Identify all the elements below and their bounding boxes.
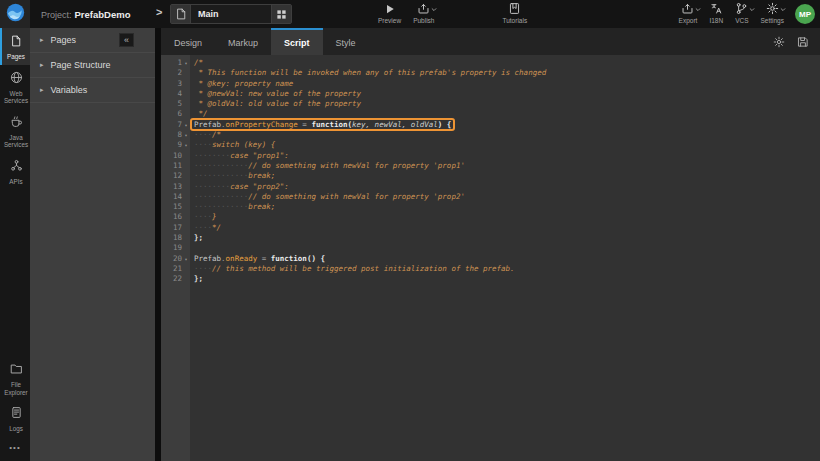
user-avatar[interactable]: MP — [795, 4, 815, 24]
code-line-content[interactable]: * @oldVal: old value of the property — [190, 99, 361, 109]
panel-collapse-button[interactable]: « — [119, 33, 134, 47]
gutter: 15 — [161, 202, 190, 212]
vcs-button[interactable]: VCS — [735, 3, 748, 24]
code-line-content[interactable]: ············break; — [190, 202, 275, 212]
highlighted-code-annotation: Prefab.onPropertyChange = function(key, … — [192, 120, 453, 129]
code-line-13: 13········case "prop2": — [161, 182, 820, 192]
code-line-content[interactable]: */ — [190, 109, 208, 119]
fold-gutter — [182, 192, 190, 202]
code-line-content[interactable]: ····/* — [190, 130, 221, 140]
script-code-editor[interactable]: 1▾/*2 * This function will be invoked wh… — [161, 55, 820, 461]
line-number: 8 — [161, 130, 182, 140]
gutter: 10 — [161, 151, 190, 161]
sidebar-item-label: APIs — [9, 178, 22, 186]
topbar-center-actions: PreviewPublishTutorials — [372, 3, 533, 24]
code-line-content[interactable]: * @key: property name — [190, 79, 293, 89]
panel-section-variables[interactable]: ▸Variables — [30, 78, 155, 103]
gutter: 9▾ — [161, 140, 190, 150]
settings-button[interactable]: Settings — [761, 3, 785, 24]
code-line-content[interactable]: * @newVal: new value of the property — [190, 89, 361, 99]
gutter: 14 — [161, 192, 190, 202]
editor-actions — [773, 28, 820, 55]
code-line-content[interactable]: ············break; — [190, 171, 275, 181]
sidebar-item-label: Web Services — [2, 90, 30, 105]
workspace: PagesWeb ServicesJava ServicesAPIsFile E… — [0, 28, 820, 461]
panel-section-page-structure[interactable]: ▸Page Structure — [30, 53, 155, 78]
sidebar-item-file-explorer[interactable]: File Explorer — [0, 356, 30, 400]
fold-gutter — [182, 89, 190, 99]
left-panel: ▸Pages▸Page Structure▸Variables — [30, 28, 155, 461]
code-line-content[interactable]: /* — [190, 58, 203, 68]
fold-gutter — [182, 182, 190, 192]
code-line-content[interactable]: ····} — [190, 212, 217, 222]
gutter: 20▾ — [161, 254, 190, 264]
code-line-content[interactable]: Prefab.onReady = function() { — [190, 254, 325, 264]
gutter: 4 — [161, 89, 190, 99]
code-line-content[interactable]: }; — [190, 274, 203, 284]
fold-gutter — [182, 68, 190, 78]
line-number: 2 — [161, 68, 182, 78]
line-number: 6 — [161, 109, 182, 119]
app-logo[interactable] — [0, 0, 30, 28]
tab-script[interactable]: Script — [271, 28, 323, 55]
fold-marker-icon[interactable]: ▾ — [182, 130, 190, 140]
tab-style[interactable]: Style — [323, 28, 369, 55]
sidebar-item-apis[interactable]: APIs — [0, 153, 30, 190]
tutorials-button[interactable]: Tutorials — [502, 3, 527, 24]
code-line-content[interactable]: ····switch (key) { — [190, 140, 275, 150]
sidebar-more-button[interactable]: ••• — [0, 437, 30, 461]
i18n-button[interactable]: I18N — [709, 3, 723, 24]
code-line-9: 9▾····switch (key) { — [161, 140, 820, 150]
code-line-content[interactable]: }; — [190, 233, 203, 243]
code-line-12: 12············break; — [161, 171, 820, 181]
code-line-content[interactable]: * This function will be invoked when any… — [190, 68, 546, 78]
fold-marker-icon[interactable]: ▾ — [182, 120, 190, 130]
fold-gutter — [182, 274, 190, 284]
page-icon — [10, 33, 22, 51]
code-line-content[interactable]: ············// do something with newVal … — [190, 192, 465, 202]
fold-gutter — [182, 79, 190, 89]
sidebar-item-java-services[interactable]: Java Services — [0, 109, 30, 153]
grid-view-icon[interactable] — [271, 5, 291, 23]
tab-design[interactable]: Design — [161, 28, 215, 55]
panel-section-label: Page Structure — [51, 60, 111, 70]
fold-gutter — [182, 151, 190, 161]
fold-marker-icon[interactable]: ▾ — [182, 254, 190, 264]
fold-gutter — [182, 212, 190, 222]
panel-section-pages[interactable]: ▸Pages — [30, 28, 155, 53]
gutter: 2 — [161, 68, 190, 78]
line-number: 21 — [161, 264, 182, 274]
sidebar-item-web-services[interactable]: Web Services — [0, 65, 30, 109]
fold-marker-icon[interactable]: ▾ — [182, 58, 190, 68]
page-selector-value: Main — [191, 9, 271, 19]
caret-down-icon — [749, 0, 755, 16]
code-line-content[interactable]: ····*/ — [190, 223, 221, 233]
code-line-content[interactable]: Prefab.onPropertyChange = function(key, … — [190, 120, 453, 130]
preview-button[interactable]: Preview — [378, 3, 401, 24]
expand-triangle-icon: ▸ — [40, 36, 44, 44]
line-number: 1 — [161, 58, 182, 68]
fold-marker-icon[interactable]: ▾ — [182, 140, 190, 150]
line-number: 17 — [161, 223, 182, 233]
save-icon[interactable] — [797, 36, 809, 48]
code-line-content[interactable]: ········case "prop2": — [190, 182, 289, 192]
project-breadcrumb: Project:PrefabDemo — [41, 9, 130, 20]
publish-button[interactable]: Publish — [413, 3, 434, 24]
code-line-7: 7▾Prefab.onPropertyChange = function(key… — [161, 120, 820, 130]
code-line-content[interactable]: ········case "prop1": — [190, 151, 289, 161]
page-selector[interactable]: Main — [170, 4, 292, 24]
code-line-content[interactable]: ····// this method will be triggered pos… — [190, 264, 515, 274]
gutter: 7▾ — [161, 120, 190, 130]
code-line-content[interactable]: ············// do something with newVal … — [190, 161, 465, 171]
sidebar-item-pages[interactable]: Pages — [0, 28, 30, 65]
tab-markup[interactable]: Markup — [215, 28, 271, 55]
code-line-content[interactable] — [190, 243, 194, 253]
top-bar: Project:PrefabDemo > Main PreviewPublish… — [0, 0, 820, 28]
publish-icon — [417, 1, 430, 19]
export-button[interactable]: Export — [679, 3, 698, 24]
gutter: 12 — [161, 171, 190, 181]
caret-down-icon — [695, 0, 701, 16]
editor-settings-gear-icon[interactable] — [773, 36, 785, 48]
expand-triangle-icon: ▸ — [40, 61, 44, 69]
sidebar-item-logs[interactable]: Logs — [0, 400, 30, 437]
